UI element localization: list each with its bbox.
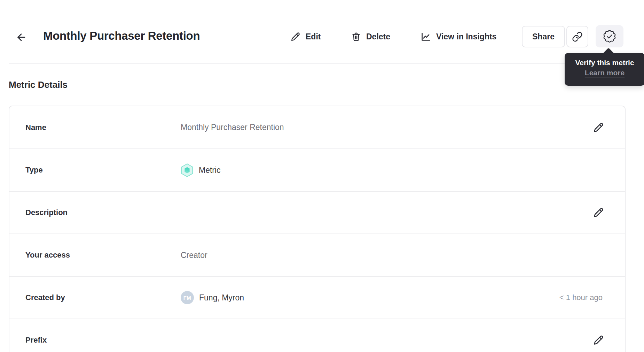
verify-metric-button[interactable] [596,25,623,47]
edit-name-button[interactable] [591,121,605,135]
edit-prefix-button[interactable] [591,333,605,347]
view-in-insights-label: View in Insights [436,32,496,41]
description-row: Description [9,191,625,234]
type-label: Type [25,166,181,175]
arrow-left-icon [15,31,27,43]
share-button[interactable]: Share [522,26,565,47]
type-row: Type Metric [9,148,625,191]
name-label: Name [25,123,181,132]
delete-label: Delete [366,32,390,41]
page-title: Monthly Purchaser Retention [43,29,200,43]
prefix-label: Prefix [25,336,181,345]
back-button[interactable] [15,31,28,44]
header-divider [9,63,626,64]
edit-label: Edit [306,32,321,41]
metric-detail-page: Monthly Purchaser Retention Edit Delete [0,0,644,352]
metric-details-card: Name Monthly Purchaser Retention Type [9,106,626,352]
trash-icon [351,31,361,42]
pencil-icon [592,334,604,346]
copy-link-button[interactable] [566,26,588,47]
view-in-insights-button[interactable]: View in Insights [420,29,496,44]
pencil-icon [290,31,301,42]
chain-link-icon [572,31,583,42]
created-by-label: Created by [25,293,181,302]
pencil-icon [592,207,604,219]
tooltip-title: Verify this metric [565,58,644,68]
access-label: Your access [25,251,181,260]
verified-badge-icon [602,29,617,44]
created-by-value: Fung, Myron [199,293,244,303]
avatar: FM [181,291,194,304]
learn-more-link[interactable]: Learn more [585,69,625,77]
created-timestamp: < 1 hour ago [559,293,603,302]
edit-button[interactable]: Edit [290,29,321,44]
line-chart-icon [420,31,431,43]
verify-tooltip: Verify this metric Learn more [565,53,644,86]
description-label: Description [25,208,181,217]
name-value: Monthly Purchaser Retention [181,123,284,132]
name-row: Name Monthly Purchaser Retention [9,106,625,148]
edit-description-button[interactable] [591,206,605,220]
created-by-row: Created by FM Fung, Myron < 1 hour ago [9,276,625,319]
access-row: Your access Creator [9,234,625,276]
delete-button[interactable]: Delete [351,29,390,44]
share-label: Share [532,32,555,41]
metric-hexagon-icon [181,163,194,177]
type-value: Metric [199,166,221,175]
section-heading: Metric Details [9,79,68,90]
access-value: Creator [181,251,207,260]
pencil-icon [592,122,604,133]
prefix-row: Prefix [9,319,625,352]
